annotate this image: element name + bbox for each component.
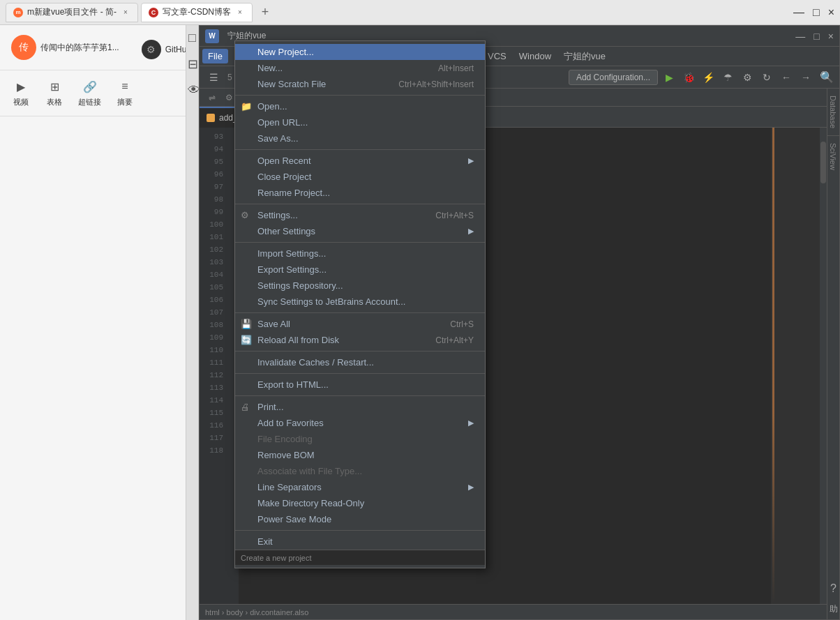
menu-item-settings-repo[interactable]: Settings Repository... [235,278,485,294]
menu-item-export-html[interactable]: Export to HTML... [235,377,485,393]
panel-database[interactable]: Database [827,89,839,136]
settings-gear-icon: ⚙ [241,210,249,220]
settings-shortcut: Ctrl+Alt+S [435,211,474,220]
menu-footer-hint: Create a new project [235,550,485,565]
menu-item-import-settings[interactable]: Import Settings... [235,245,485,262]
toolbar-debug-btn[interactable]: 🐞 [680,69,697,86]
menu-item-save-all[interactable]: 💾 Save All Ctrl+S [235,316,485,332]
power-save-label: Power Save Mode [257,514,331,524]
menu-item-sync-settings[interactable]: Sync Settings to JetBrains Account... [235,294,485,310]
new-tab-button[interactable]: + [255,3,275,22]
blog-tool-summary[interactable]: ≡ 摘要 [115,79,135,107]
editor-settings[interactable]: ⚙ [222,91,236,105]
menu-item-save-as[interactable]: Save As... [235,130,485,146]
menu-item-line-sep[interactable]: Line Separators ▶ [235,479,485,495]
menu-vcs[interactable]: VCS [482,49,512,63]
ide-restore[interactable]: □ [813,31,819,42]
menu-item-open[interactable]: 📁 Open... [235,98,485,114]
menu-ningjie[interactable]: 宁姐的vue [558,48,611,65]
editor-split-vertical[interactable]: ⇌ [205,91,219,105]
panel-split-btn[interactable]: ⊟ [186,51,198,77]
menu-item-new-project[interactable]: New Project... [235,44,485,60]
sync-settings-label: Sync Settings to JetBrains Account... [257,296,405,307]
footer-hint-text: Create a new project [241,554,312,562]
menu-item-new[interactable]: New... Alt+Insert [235,60,485,76]
rename-project-label: Rename Project... [257,188,330,198]
menu-item-file-encoding: File Encoding [235,431,485,447]
blog-tool-table[interactable]: ⊞ 表格 [45,79,64,107]
editor-scrollbar[interactable] [820,128,827,604]
minimap-highlight [772,128,774,604]
menu-item-open-url[interactable]: Open URL... [235,114,485,130]
tab-close-1[interactable]: × [121,8,130,17]
menu-item-new-scratch[interactable]: New Scratch File Ctrl+Alt+Shift+Insert [235,76,485,92]
ide-close[interactable]: × [828,31,834,42]
reload-label: Reload All from Disk [257,335,339,345]
toolbar-settings-btn[interactable]: ⚙ [739,69,756,86]
toolbar-profile-btn[interactable]: ⚡ [700,69,717,86]
menu-item-reload[interactable]: 🔄 Reload All from Disk Ctrl+Alt+Y [235,332,485,348]
panel-eye-btn[interactable]: 👁 [186,77,198,103]
toolbar-back-btn[interactable]: ← [778,69,795,86]
menu-item-power-save[interactable]: Power Save Mode [235,511,485,527]
menu-sep-8 [235,395,485,396]
open-label: Open... [257,101,287,112]
link-label: 超链接 [78,97,101,107]
browser-tab-2[interactable]: C 写文章-CSDN博客 × [141,3,253,22]
panel-expand-btn[interactable]: □ [186,25,198,51]
scrollbar-thumb[interactable] [820,142,826,183]
tab-close-2[interactable]: × [235,8,245,17]
toolbar-coverage-btn[interactable]: ☂ [719,69,736,86]
browser-minimize[interactable]: — [793,6,804,19]
menu-item-remove-bom[interactable]: Remove BOM [235,447,485,463]
menu-item-rename-project[interactable]: Rename Project... [235,185,485,201]
save-all-shortcut: Ctrl+S [450,319,474,329]
link-icon: 🔗 [80,79,100,94]
browser-tab-1[interactable]: m m新建vue项目文件 - 简- × [6,3,138,22]
blog-tool-video[interactable]: ▶ 视频 [11,79,31,107]
toolbar-forward-btn[interactable]: → [797,69,814,86]
assoc-filetype-label: Associate with File Type... [257,466,362,476]
toolbar-run-btn[interactable]: ▶ [661,69,677,86]
line-numbers: 93 94 95 96 97 98 99 100 101 102 103 104… [200,128,227,604]
ide-minimize[interactable]: — [795,31,805,42]
settings-repo-label: Settings Repository... [257,280,343,291]
menu-item-settings[interactable]: ⚙ Settings... Ctrl+Alt+S [235,207,485,223]
menu-item-add-favorites[interactable]: Add to Favorites ▶ [235,415,485,431]
browser-close[interactable]: × [828,6,834,19]
menu-item-export-settings[interactable]: Export Settings... [235,262,485,278]
panel-assist-btn[interactable]: 助 [827,599,839,619]
save-all-label: Save All [257,319,290,329]
menu-window[interactable]: Window [513,49,557,63]
blog-tool-link[interactable]: 🔗 超链接 [78,79,101,107]
line-sep-label: Line Separators [257,482,322,492]
reload-shortcut: Ctrl+Alt+Y [435,335,474,345]
menu-item-open-recent[interactable]: Open Recent ▶ [235,153,485,169]
menu-item-invalidate[interactable]: Invalidate Caches / Restart... [235,354,485,370]
menu-sep-3 [235,204,485,204]
add-favorites-arrow: ▶ [468,418,474,428]
browser-tabbar: m m新建vue项目文件 - 简- × C 写文章-CSDN博客 × + — □… [0,0,840,25]
panel-sciview[interactable]: SciView [827,136,839,177]
menu-item-other-settings[interactable]: Other Settings ▶ [235,223,485,239]
tab-label-1: m新建vue项目文件 - 简- [27,6,117,18]
add-configuration-button[interactable]: Add Configuration... [569,70,658,85]
menu-item-close-project[interactable]: Close Project [235,169,485,185]
toolbar-search-btn[interactable]: 🔍 [820,70,834,84]
blog-user-label: 传闻中的陈芋芋第1... [40,42,119,54]
import-settings-label: Import Settings... [257,248,326,259]
browser-maximize[interactable]: □ [813,6,820,19]
panel-help-btn[interactable]: ? [827,578,839,599]
menu-item-print[interactable]: 🖨 Print... [235,399,485,415]
menu-item-exit[interactable]: Exit [235,534,485,550]
menu-file[interactable]: File [202,49,228,63]
tab-icon-1: m [13,8,23,17]
toolbar-update-btn[interactable]: ↻ [758,69,775,86]
new-label: New... [257,63,283,73]
toolbar-sidebar-toggle[interactable]: ☰ [205,69,222,86]
github-icon: ⚙ [142,40,161,59]
menu-sep-2 [235,149,485,150]
summary-icon: ≡ [115,79,135,94]
menu-item-make-readonly[interactable]: Make Directory Read-Only [235,495,485,511]
breadcrumb-bar: html › body › div.container.also [200,604,827,619]
